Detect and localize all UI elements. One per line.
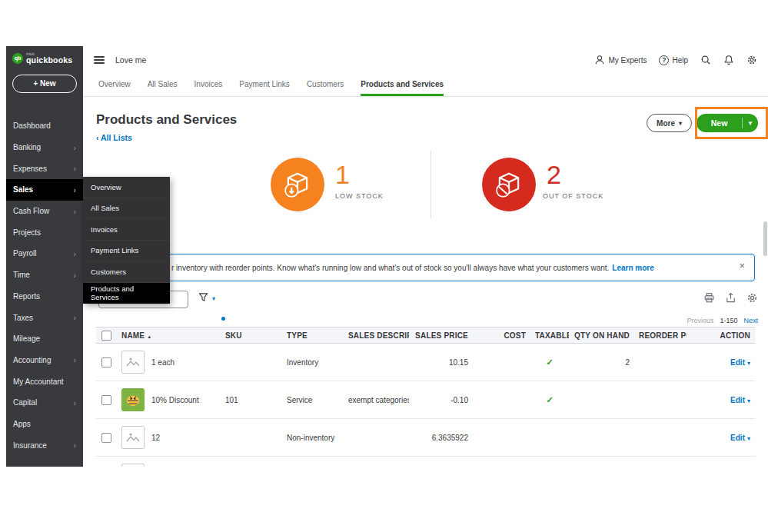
sidebar-item-accounting[interactable]: Accounting›: [6, 350, 83, 371]
caret-down-icon[interactable]: ▾: [743, 119, 758, 127]
edit-button[interactable]: Edit: [730, 434, 745, 442]
row-checkbox[interactable]: [101, 395, 111, 405]
row-checkbox[interactable]: [101, 357, 111, 367]
edit-button[interactable]: Edit: [730, 358, 745, 367]
new-label: New: [697, 118, 742, 128]
tab-customers[interactable]: Customers: [307, 74, 344, 96]
caret-down-icon[interactable]: ▾: [747, 360, 750, 367]
sidebar-item-cash-flow[interactable]: Cash Flow›: [6, 201, 83, 222]
sidebar-new-button[interactable]: + New: [12, 75, 77, 93]
column-header-action[interactable]: ACTION: [687, 331, 755, 340]
edit-button[interactable]: Edit: [730, 396, 745, 404]
product-image-placeholder-icon[interactable]: [121, 351, 145, 374]
my-experts-label: My Experts: [608, 56, 647, 65]
settings-gear-icon[interactable]: [746, 55, 757, 65]
hamburger-menu-icon[interactable]: [94, 56, 105, 64]
chevron-right-icon: ›: [73, 185, 76, 195]
chevron-right-icon: ›: [73, 143, 76, 152]
column-header-sales-price[interactable]: SALES PRICE: [409, 331, 473, 340]
sidebar-item-label: My Accountant: [13, 377, 64, 386]
sidebar-item-label: Banking: [13, 143, 41, 151]
flyout-item-payment-links[interactable]: Payment Links: [83, 241, 170, 262]
out-of-stock-icon[interactable]: [482, 158, 536, 211]
out-of-stock-count[interactable]: 2: [547, 160, 561, 190]
sidebar-item-dashboard[interactable]: Dashboard: [6, 115, 83, 137]
product-name[interactable]: 12: [151, 434, 160, 442]
column-header-name[interactable]: NAME▲: [117, 331, 221, 340]
sidebar-item-payroll[interactable]: Payroll›: [6, 243, 83, 264]
tab-payment-links[interactable]: Payment Links: [239, 74, 290, 96]
select-all-checkbox[interactable]: [101, 331, 111, 341]
column-header-cost[interactable]: COST: [473, 331, 530, 340]
pagination-previous[interactable]: Previous: [687, 317, 713, 324]
tab-invoices[interactable]: Invoices: [194, 74, 223, 96]
close-icon[interactable]: ×: [739, 261, 745, 271]
product-image-placeholder-icon[interactable]: [121, 464, 145, 467]
sidebar-item-my-accountant[interactable]: My Accountant: [6, 371, 83, 392]
sidebar-item-label: Accounting: [13, 356, 51, 364]
caret-down-icon[interactable]: ▾: [747, 397, 750, 404]
tab-all-sales[interactable]: All Sales: [148, 74, 178, 96]
low-stock-count[interactable]: 1: [335, 160, 350, 190]
sidebar-item-reports[interactable]: Reports: [6, 286, 83, 308]
caret-down-icon[interactable]: ▾: [747, 435, 750, 442]
tab-products-and-services[interactable]: Products and Services: [361, 74, 444, 96]
table-header: NAME▲SKUTYPESALES DESCRIPTIONSALES PRICE…: [96, 327, 755, 344]
pagination-next[interactable]: Next: [743, 317, 758, 324]
stats-divider: [431, 150, 431, 219]
tab-overview[interactable]: Overview: [98, 74, 131, 96]
sidebar-item-insurance[interactable]: Insurance›: [6, 434, 83, 456]
column-header-taxable[interactable]: TAXABLE: [530, 331, 569, 340]
sidebar-item-banking[interactable]: Banking›: [6, 137, 83, 158]
column-header-reorder-point[interactable]: REORDER POINT: [634, 331, 687, 340]
product-image[interactable]: [121, 388, 145, 411]
sidebar-item-time[interactable]: Time›: [6, 264, 83, 286]
learn-more-link[interactable]: Learn more: [612, 264, 653, 272]
sidebar-item-capital[interactable]: Capital›: [6, 392, 83, 414]
sidebar-item-expenses[interactable]: Expenses›: [6, 158, 83, 179]
flyout-item-products-and-services[interactable]: Products and Services: [83, 283, 170, 304]
flyout-item-customers[interactable]: Customers: [83, 261, 170, 283]
column-header-sku[interactable]: SKU: [221, 331, 282, 340]
sidebar-item-mileage[interactable]: Mileage: [6, 328, 83, 350]
row-checkbox-cell: [96, 433, 117, 443]
scrollbar-thumb[interactable]: [763, 221, 767, 256]
flyout-item-invoices[interactable]: Invoices: [83, 219, 170, 241]
my-experts-button[interactable]: My Experts: [594, 55, 647, 65]
column-header-qty-on-hand[interactable]: QTY ON HAND: [569, 331, 634, 340]
sort-ascending-icon: ▲: [147, 334, 151, 339]
filter-button[interactable]: ▾: [198, 292, 215, 302]
new-button[interactable]: New ▾: [697, 114, 758, 132]
topbar: Love me My Experts ? Help: [83, 46, 768, 74]
help-button[interactable]: ? Help: [659, 55, 688, 65]
notifications-bell-icon[interactable]: [723, 55, 734, 65]
product-name[interactable]: 10% Discount: [151, 396, 199, 404]
sidebar-item-projects[interactable]: Projects: [6, 221, 83, 243]
filter-funnel-icon: [198, 292, 208, 302]
banner-text: r inventory with reorder points. Know wh…: [171, 254, 654, 281]
low-stock-icon[interactable]: [271, 158, 324, 211]
sidebar-item-sales[interactable]: Sales›: [6, 179, 83, 201]
column-header-sales-description[interactable]: SALES DESCRIPTION: [344, 331, 409, 340]
search-icon[interactable]: [700, 55, 711, 65]
product-name[interactable]: 1 each: [151, 358, 175, 367]
more-button[interactable]: More ▾: [647, 114, 692, 132]
sidebar-item-taxes[interactable]: Taxes›: [6, 307, 83, 328]
row-checkbox[interactable]: [101, 433, 111, 443]
export-icon[interactable]: [725, 292, 736, 304]
print-icon[interactable]: [703, 292, 715, 304]
column-header-type[interactable]: TYPE: [282, 331, 344, 340]
all-lists-back-link[interactable]: ‹ All Lists: [96, 133, 132, 142]
cell-type: Inventory: [282, 358, 344, 367]
product-image-placeholder-icon[interactable]: [121, 426, 145, 449]
sidebar-item-apps[interactable]: Apps: [6, 414, 83, 435]
sidebar-item-label: Insurance: [13, 441, 47, 450]
flyout-item-all-sales[interactable]: All Sales: [83, 198, 170, 220]
sidebar-item-label: Apps: [13, 420, 31, 428]
flyout-item-overview[interactable]: Overview: [83, 177, 170, 198]
table-settings-gear-icon[interactable]: [746, 292, 758, 304]
cell-taxable: ✓: [530, 395, 569, 405]
sidebar-item-label: Time: [13, 271, 30, 279]
row-checkbox-cell: [96, 357, 117, 367]
sidebar-item-label: Projects: [13, 228, 41, 237]
